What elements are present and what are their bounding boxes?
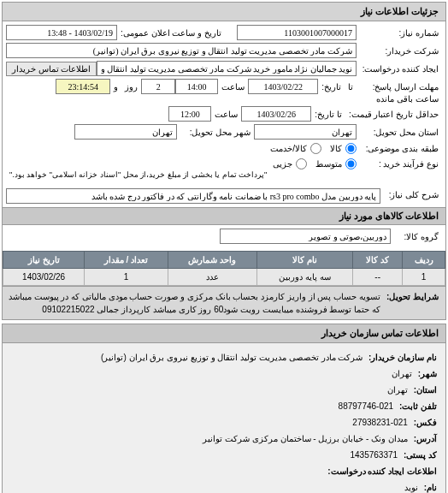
- goods-radio[interactable]: [345, 143, 357, 154]
- cell-code: --: [353, 269, 403, 286]
- validity-to-label: تا تاریخ:: [311, 110, 345, 119]
- contact-address-label: آدرس:: [414, 434, 437, 443]
- time-label-2: ساعت: [211, 110, 241, 119]
- remaining-time-input[interactable]: [56, 79, 110, 94]
- settlement-label: شرایط تحویل:: [380, 290, 442, 316]
- contact-panel-header: اطلاعات تماس سازمان خریدار: [3, 324, 445, 343]
- grouping-label: طبقه بندی موضوعی:: [357, 142, 442, 155]
- small-radio-label: جزیی: [273, 159, 292, 169]
- time-label-1: ساعت: [218, 82, 248, 92]
- main-panel: جزئیات اطلاعات نیاز شماره نیاز: تاریخ و …: [2, 2, 446, 320]
- medium-radio-group: متوسط: [314, 158, 357, 169]
- contact-loc-row: شهر: تهران: [11, 367, 437, 381]
- table-header-row: ردیف کد کالا نام کالا واحد شمارش تعداد /…: [3, 252, 445, 269]
- cell-qty: 1: [85, 269, 168, 286]
- contact-panel: اطلاعات تماس سازمان خریدار نام سازمان خر…: [2, 324, 446, 493]
- row-validity: حداقل تاریخ اعتبار قیمت: تا تاریخ: ساعت: [6, 106, 442, 122]
- response-time-input[interactable]: [175, 79, 218, 94]
- cell-name: سه پایه دوربین: [257, 269, 353, 286]
- contact-postal-value: 1435763371: [350, 450, 398, 460]
- service-radio-group: کالا/خدمت: [268, 143, 321, 154]
- buyer-org-label: شرکت خریدار:: [357, 45, 442, 57]
- panel-header: جزئیات اطلاعات نیاز: [3, 3, 445, 21]
- general-desc-row: شرح کلی نیاز:: [3, 185, 445, 207]
- contact-fax-row: فکس: 021-27938231: [11, 416, 437, 430]
- settlement-row: شرایط تحویل: تسویه حساب پس از واریز کارم…: [3, 286, 445, 319]
- medium-radio[interactable]: [345, 158, 357, 169]
- process-note: "پرداخت تمام یا بخشی از مبلغ خرید،از محل…: [6, 170, 270, 179]
- contact-province-label: استان:: [414, 385, 437, 395]
- contact-postal-row: کد پستی: 1435763371: [11, 448, 437, 462]
- row-grouping: طبقه بندی موضوعی: کالا کالا/خدمت: [6, 142, 442, 155]
- contact-address-value: میدان ونک - خیابان برزیل - ساختمان مرکزی…: [203, 434, 408, 443]
- contact-address-row: آدرس: میدان ونک - خیابان برزیل - ساختمان…: [11, 432, 437, 446]
- th-row: ردیف: [403, 252, 445, 269]
- need-number-input[interactable]: [237, 25, 357, 40]
- contact-province-row: استان: تهران: [11, 383, 437, 397]
- validity-time-input[interactable]: [168, 106, 211, 122]
- date-label-1: تاریخ:: [318, 82, 345, 92]
- process-type-label: نوع فرآیند خرید :: [357, 157, 442, 170]
- response-date-input[interactable]: [248, 79, 318, 94]
- settlement-text: تسویه حساب پس از واریز کارمزد بحساب بانک…: [6, 290, 380, 316]
- city-input[interactable]: [74, 124, 177, 140]
- contact-fax-label: فکس:: [414, 418, 437, 427]
- items-table: ردیف کد کالا نام کالا واحد شمارش تعداد /…: [3, 251, 445, 286]
- requester-input[interactable]: [97, 61, 357, 76]
- group-label: گروه کالا:: [391, 230, 442, 243]
- need-number-label: شماره نیاز:: [357, 27, 442, 39]
- contact-province-value: تهران: [387, 385, 408, 395]
- contact-name-label: نام:: [424, 483, 437, 492]
- th-qty: تعداد / مقدار: [85, 252, 168, 269]
- medium-radio-label: متوسط: [315, 159, 342, 169]
- row-process-type: نوع فرآیند خرید : متوسط جزیی "پرداخت تما…: [6, 157, 442, 179]
- group-input[interactable]: [220, 229, 391, 244]
- th-date: تاریخ نیاز: [3, 252, 85, 269]
- announce-label: تاریخ و ساعت اعلان عمومی:: [117, 27, 225, 39]
- table-row[interactable]: 1 -- سه پایه دوربین عدد 1 1403/02/26: [3, 269, 445, 286]
- goods-radio-label: کالا: [330, 144, 342, 153]
- contact-creator-header: اطلاعات ایجاد کننده درخواست:: [11, 465, 437, 478]
- contact-org-row: نام سازمان خریدار: شرکت مادر تخصصی مدیری…: [11, 351, 437, 365]
- contact-phone-value: 021-88797746: [339, 401, 394, 411]
- announce-input[interactable]: [6, 25, 117, 40]
- validity-label: حداقل تاریخ اعتبار قیمت:: [345, 108, 442, 121]
- response-deadline-label: مهلت ارسال پاسخ:: [357, 80, 442, 93]
- cell-date: 1403/02/26: [3, 269, 85, 286]
- to-label-1: تا: [345, 82, 357, 92]
- contact-org-value: شرکت مادر تخصصی مدیریت تولید انتقال و تو…: [101, 353, 363, 362]
- general-desc-input[interactable]: [6, 188, 380, 204]
- goods-radio-group: کالا: [328, 143, 357, 154]
- contact-postal-label: کد پستی:: [404, 450, 437, 460]
- validity-date-input[interactable]: [241, 106, 311, 122]
- row-requester: ایجاد کننده درخواست: اطلاعات تماس خریدار: [6, 61, 442, 76]
- remaining-days-input[interactable]: [141, 79, 175, 94]
- buyer-org-input[interactable]: [6, 43, 357, 58]
- contact-phone-label: تلفن ثابت:: [399, 401, 437, 411]
- day-label: روز: [121, 82, 141, 92]
- row-response-deadline: مهلت ارسال پاسخ: تا تاریخ: ساعت روز و سا…: [6, 79, 442, 104]
- cell-row: 1: [403, 269, 445, 286]
- contact-buyer-button[interactable]: اطلاعات تماس خریدار: [6, 62, 97, 76]
- row-group: گروه کالا:: [3, 225, 445, 247]
- row-buyer-org: شرکت خریدار:: [6, 43, 442, 58]
- items-section-header: اطلاعات کالاهای مورد نیاز: [3, 207, 445, 225]
- row-need-number: شماره نیاز: تاریخ و ساعت اعلان عمومی:: [6, 25, 442, 40]
- requester-label: ایجاد کننده درخواست:: [357, 62, 442, 75]
- contact-body: نام سازمان خریدار: شرکت مادر تخصصی مدیری…: [3, 343, 445, 493]
- th-name: نام کالا: [257, 252, 353, 269]
- province-input[interactable]: [254, 124, 357, 140]
- province-label: استان محل تحویل:: [357, 126, 442, 139]
- small-radio-group: جزیی: [271, 158, 307, 169]
- city-label: شهر محل تحویل:: [177, 126, 254, 139]
- cell-unit: عدد: [168, 269, 256, 286]
- th-code: کد کالا: [353, 252, 403, 269]
- contact-name-value: نوید: [404, 483, 418, 492]
- service-radio[interactable]: [310, 143, 321, 154]
- th-unit: واحد شمارش: [168, 252, 256, 269]
- contact-fax-value: 021-27938231: [352, 418, 408, 427]
- form-section: شماره نیاز: تاریخ و ساعت اعلان عمومی: شر…: [3, 21, 445, 185]
- small-radio[interactable]: [296, 158, 307, 169]
- contact-name-row: نام: نوید: [11, 481, 437, 493]
- and-label: و: [110, 82, 121, 92]
